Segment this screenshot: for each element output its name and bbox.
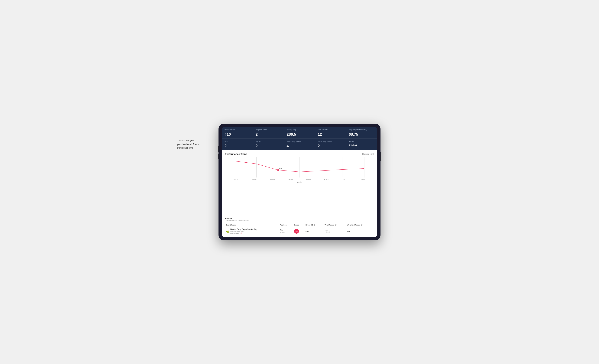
performance-right-label: National Rank [362,153,374,155]
x-label-apr24: APR 24 [343,179,347,180]
stat-record: Record 32-8-0 [346,139,377,150]
x-label-mar24: MAR 24 [324,179,329,180]
stat-wins: Wins 2 [222,139,253,150]
table-header-row: Event Name Position Score Event SG ⓘ Tot… [225,223,374,227]
x-label-oct23: OCT 23 [234,179,238,180]
total-points-value: 28.3 [325,230,345,231]
stat-wins-label: Wins [225,141,250,143]
stat-record-value: 32-8-0 [349,144,374,147]
annotation-line3: trend over time [177,146,194,149]
stat-top3s-value: 2 [255,144,281,148]
total-rounds: 3 Rounds [325,231,345,233]
stat-top3s: Top 3s 2 [253,139,284,150]
position-sub: out of 7 [280,231,292,233]
events-section: Events Last updated: 24th November 2023 … [222,215,377,237]
tablet-screen: National Rank #10 Regional Rank 2 Scorin… [222,127,377,237]
stat-national-rank: National Rank #10 [222,127,253,139]
position-value: 6th [280,229,292,231]
x-label-nov23: NOV 23 [252,179,256,180]
col-score: Score [293,223,304,227]
power-button[interactable] [380,152,381,161]
events-table: Event Name Position Score Event SG ⓘ Tot… [225,223,374,235]
stat-avg-weighted: Avg. Weighted Points ⓘ 68.75 [346,127,377,139]
table-row: ⛳ Buster Cozy Cup - Stroke Play Oct 9 - … [225,227,374,235]
stat-national-rank-label: National Rank [225,129,250,131]
stats-row-1: National Rank #10 Regional Rank 2 Scorin… [222,127,377,139]
stat-stroke-play-label: Stroke Play Events [287,141,312,143]
stat-scoring-avg: Scoring Avg. 286.5 [284,127,315,139]
total-points-cell: 28.3 3 Rounds [323,227,346,235]
chart-area: #10 [225,157,374,178]
stat-record-label: Record [349,141,374,143]
stat-national-rank-value: #10 [225,132,250,137]
col-event-name: Event Name [225,223,279,227]
annotation: This shows you your National Rank trend … [177,139,215,150]
col-weighted-points: Weighted Points ⓘ [346,223,374,227]
stat-total-rounds: Total Rounds 12 [315,127,346,139]
rank-label: #10 [279,168,282,169]
performance-header: Performance Trend National Rank [225,153,374,155]
x-label-may24: MAY 24 [361,179,365,180]
stat-total-rounds-value: 12 [317,132,343,137]
weighted-points-cell: 28.3 [346,227,374,235]
chart-svg [225,157,374,178]
stat-top3s-label: Top 3s [255,141,281,143]
tablet-frame: National Rank #10 Regional Rank 2 Scorin… [219,124,380,240]
event-sg-value: 0.45 [306,230,309,232]
weighted-points-value: 28.3 [347,230,350,232]
score-badge: -22 [294,229,299,234]
annotation-line1: This shows you [177,139,194,142]
event-name: Buster Cozy Cup - Stroke Play [230,228,257,231]
events-title: Events [225,217,374,220]
events-updated: Last updated: 24th November 2023 [225,220,374,222]
stat-stroke-play-value: 4 [287,144,312,148]
x-axis-title: Months [225,181,374,183]
stat-scoring-avg-label: Scoring Avg. [287,129,312,131]
annotation-bold: National Rank [183,143,199,146]
event-date: Oct 9 - Oct 10, 2023 [230,231,257,232]
stat-total-rounds-label: Total Rounds [317,129,343,131]
golf-icon: ⛳ [226,230,229,233]
stat-scoring-avg-value: 286.5 [287,132,312,137]
stat-regional-rank: Regional Rank 2 [253,127,284,139]
x-label-dec23: DEC 23 [270,179,275,180]
event-sg-cell: 0.45 [304,227,323,235]
col-total-points: Total Points ⓘ [323,223,346,227]
position-cell: 6th out of 7 [279,227,293,235]
stat-match-play-value: 2 [317,144,343,148]
stat-match-play-label: Match Play Events [317,141,343,143]
stats-row-2: Wins 2 Top 3s 2 Stroke Play Events 4 Mat… [222,139,377,150]
volume-down-button[interactable] [218,154,219,160]
stat-match-play: Match Play Events 2 [315,139,346,150]
col-position: Position [279,223,293,227]
stat-avg-weighted-value: 68.75 [349,132,374,137]
x-label-feb24: FEB 24 [306,179,311,180]
stat-stroke-play: Stroke Play Events 4 [284,139,315,150]
annotation-line2: your [177,143,183,146]
x-label-jan24: JAN 24 [288,179,293,180]
score-cell: -22 [293,227,304,235]
rank-arrow-down-icon: ▼ [240,232,242,234]
volume-up-button[interactable] [218,146,219,152]
performance-section: Performance Trend National Rank [222,150,377,215]
stat-wins-value: 2 [225,144,250,148]
col-event-sg: Event SG ⓘ [304,223,323,227]
stat-regional-rank-label: Regional Rank [255,129,281,131]
stat-avg-weighted-label: Avg. Weighted Points ⓘ [349,129,374,131]
rank-impact-text: Rank Impact: 3 [230,232,240,234]
event-name-cell: ⛳ Buster Cozy Cup - Stroke Play Oct 9 - … [225,227,279,235]
rank-impact: Rank Impact: 3 ▼ [230,232,242,234]
performance-title: Performance Trend [225,153,247,155]
x-axis: OCT 23 NOV 23 DEC 23 JAN 24 FEB 24 MAR 2… [225,179,374,181]
stat-regional-rank-value: 2 [255,132,281,137]
svg-point-8 [277,169,279,171]
